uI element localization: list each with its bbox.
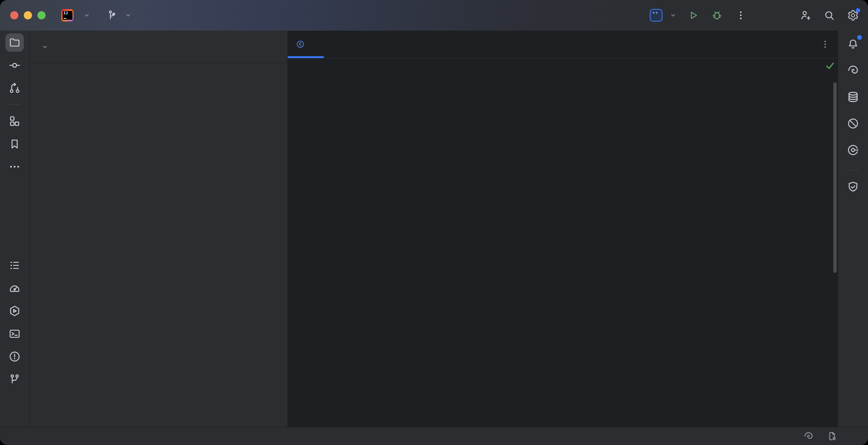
tool-dependency-shield-button[interactable] [844,178,862,196]
debug-button[interactable] [710,8,724,23]
stripe-divider [847,170,859,170]
chevron-down-icon [669,12,677,19]
commit-icon [9,59,21,71]
editor-options-icon[interactable] [820,39,830,49]
code-viewport [288,58,838,60]
tool-commit-button[interactable] [5,56,24,75]
project-panel-header[interactable] [30,31,287,63]
project-icon [9,36,21,49]
terminal-icon [9,328,21,340]
tool-todo-button[interactable] [5,256,24,275]
no-entry-icon [847,117,859,130]
titlebar: IJ [0,0,868,31]
tool-terminal-button[interactable] [5,325,24,343]
coverage-target-icon [847,144,859,156]
chevron-down-icon [41,43,49,51]
status-bar [0,427,868,445]
editor-area: C [288,31,838,427]
class-icon: C [296,40,305,49]
tool-project-button[interactable] [5,33,24,52]
run-button[interactable] [686,8,701,23]
zoom-window-button[interactable] [37,11,46,19]
branch-widget[interactable] [106,10,132,21]
titlebar-actions [650,8,861,23]
tool-notifications-button[interactable] [844,35,862,53]
run-config-icon [650,9,663,22]
more-actions-button[interactable] [733,8,748,23]
tool-version-control-button[interactable] [5,370,24,389]
dependency-shield-icon [847,181,859,193]
project-widget[interactable] [80,12,90,19]
chevron-down-icon [124,12,132,19]
right-tool-stripe [838,31,868,427]
tool-no-entry-button[interactable] [844,114,862,133]
settings-notification-dot [856,8,860,13]
bug-icon [711,10,723,21]
close-window-button[interactable] [10,11,18,19]
tool-profiler-button[interactable] [5,279,24,297]
search-everywhere-button[interactable] [822,8,837,23]
tab-newprojectaction-java[interactable]: C [288,31,324,58]
stripe-divider [9,104,21,105]
svg-text:C: C [299,42,302,47]
play-icon [687,10,699,21]
pull-requests-icon [9,82,21,94]
structure-icon [9,115,21,127]
add-user-icon [800,10,811,21]
file-settings-icon[interactable] [827,431,837,441]
tool-services-button[interactable] [5,302,24,320]
project-tree [30,63,287,65]
tool-ai-assistant-button[interactable] [844,61,862,80]
tool-more-tools-button[interactable] [5,158,24,176]
more-tools-icon [9,161,21,173]
notification-dot [857,35,862,40]
tool-coverage-target-button[interactable] [844,141,862,159]
code-with-me-button[interactable] [798,8,813,23]
status-bar-right [803,431,837,441]
run-configuration-widget[interactable] [650,9,677,22]
tool-structure-button[interactable] [5,112,24,130]
intellij-logo: IJ [61,9,73,21]
profiler-icon [9,282,21,294]
editor-tab-bar: C [288,31,838,58]
tool-pull-requests-button[interactable] [5,79,24,97]
editor-scrollbar-thumb[interactable] [833,82,837,273]
services-icon [9,305,21,317]
intellij-logo-glyph: IJ [63,11,72,20]
tool-database-button[interactable] [844,88,862,106]
tool-problems-button[interactable] [5,347,24,366]
ide-window: IJ [0,0,868,445]
ai-assistant-icon[interactable] [803,431,814,441]
todo-icon [9,259,21,271]
version-control-icon [9,373,21,385]
kebab-menu-icon [735,10,747,21]
minimize-window-button[interactable] [24,11,32,19]
database-icon [847,91,859,103]
notifications-icon [847,38,859,50]
ai-assistant-icon [847,64,859,77]
left-tool-stripe [0,31,30,427]
problems-icon [9,350,21,363]
search-icon [823,10,835,21]
inspections-ok-icon[interactable] [825,61,835,71]
bookmarks-icon [9,138,21,150]
project-tool-window [30,31,288,427]
chevron-down-icon [83,12,90,19]
main-area: C [0,31,868,427]
git-branch-icon [106,10,118,21]
settings-button[interactable] [846,8,861,23]
window-controls [10,11,46,19]
tool-bookmarks-button[interactable] [5,135,24,153]
